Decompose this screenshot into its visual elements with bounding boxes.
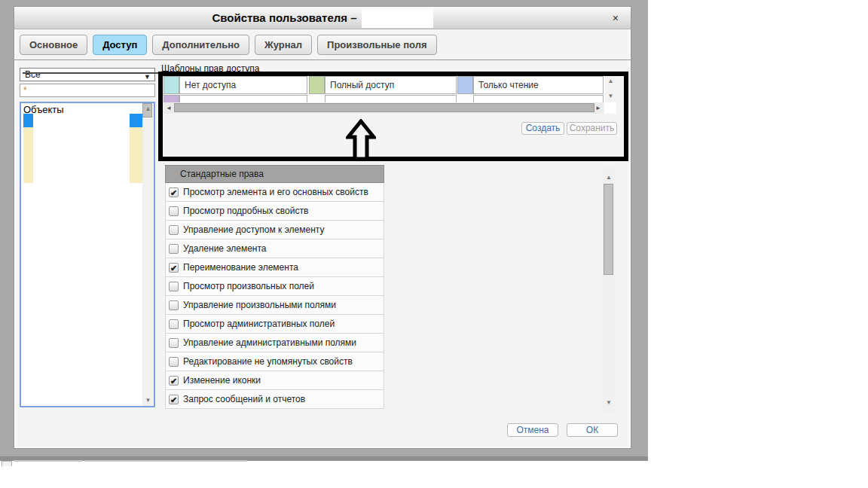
- scrollbar-thumb[interactable]: [604, 184, 613, 275]
- user-properties-dialog: Свойства пользователя – × Основное Досту…: [14, 6, 631, 449]
- right-row[interactable]: Просмотр административных полей: [165, 315, 384, 334]
- scrollbar-corner: [604, 102, 616, 114]
- template-name-field[interactable]: Полный доступ: [325, 76, 457, 94]
- cancel-button[interactable]: Отмена: [507, 423, 558, 437]
- tab-proizvolnye-polya[interactable]: Произвольные поля: [317, 35, 436, 55]
- checkbox[interactable]: [169, 206, 179, 216]
- template-name-field[interactable]: [473, 95, 604, 102]
- right-label: Просмотр административных полей: [183, 319, 335, 329]
- right-row[interactable]: ✔Переименование элемента: [165, 258, 384, 277]
- checkbox[interactable]: ✔: [169, 188, 179, 197]
- checkbox[interactable]: [169, 319, 179, 329]
- right-label: Просмотр произвольных полей: [183, 281, 314, 291]
- scroll-up-icon[interactable]: ▲: [603, 174, 615, 181]
- right-row[interactable]: Редактирование не упомянутых свойств: [165, 352, 384, 371]
- templates-horizontal-scrollbar[interactable]: ◄ ►: [164, 102, 604, 114]
- selected-object-cell[interactable]: [23, 114, 33, 127]
- checkbox[interactable]: ✔: [169, 263, 179, 273]
- right-label: Управление доступом к элементу: [183, 224, 324, 235]
- checkbox[interactable]: [169, 225, 179, 235]
- right-label: Удаление элемента: [183, 243, 267, 254]
- right-row[interactable]: Просмотр произвольных полей: [165, 277, 384, 296]
- tab-dopolnitelno[interactable]: Дополнительно: [152, 35, 249, 55]
- background-page-fragment: [14, 460, 83, 462]
- template-color-swatch: [164, 76, 179, 94]
- right-row[interactable]: Удаление элемента: [165, 239, 384, 258]
- ok-button[interactable]: ОК: [567, 423, 618, 437]
- right-label: Переименование элемента: [183, 262, 298, 273]
- dialog-titlebar: Свойства пользователя –: [14, 7, 631, 29]
- right-label: Просмотр подробных свойств: [183, 206, 308, 216]
- tab-zhurnal[interactable]: Журнал: [255, 35, 312, 55]
- template-color-swatch: [309, 76, 325, 94]
- right-row[interactable]: ✔Просмотр элемента и его основных свойст…: [165, 183, 384, 202]
- template-name-field[interactable]: [179, 95, 307, 102]
- dialog-title: Свойства пользователя –: [212, 11, 356, 24]
- right-row[interactable]: ✔Запрос сообщений и отчетов: [165, 390, 384, 409]
- right-row[interactable]: Управление административными полями: [165, 334, 384, 352]
- right-label: Изменение иконки: [183, 375, 261, 386]
- templates-group-label: Шаблоны прав доступа: [161, 63, 259, 74]
- standard-rights-list: ✔Просмотр элемента и его основных свойст…: [165, 183, 384, 409]
- right-row[interactable]: ✔Изменение иконки: [165, 371, 384, 390]
- scroll-right-icon[interactable]: ►: [595, 105, 601, 111]
- background-page-fragment: [84, 460, 247, 462]
- scroll-down-icon[interactable]: ▼: [142, 397, 154, 404]
- dropdown-value: Все: [25, 69, 41, 80]
- scroll-down-icon[interactable]: ▼: [605, 93, 616, 99]
- tab-bar: Основное Доступ Дополнительно Журнал Про…: [20, 35, 437, 55]
- checkbox[interactable]: [169, 338, 179, 348]
- right-label: Просмотр элемента и его основных свойств: [183, 187, 368, 197]
- template-name-field[interactable]: [325, 95, 457, 102]
- object-search-input[interactable]: [20, 84, 155, 97]
- tab-dostup[interactable]: Доступ: [93, 35, 147, 55]
- checkbox[interactable]: ✔: [169, 376, 179, 386]
- access-templates-list: Нет доступа Полный доступ Только чтение: [163, 75, 605, 102]
- template-color-swatch: [457, 76, 473, 94]
- annotation-arrow-up-icon: [346, 119, 376, 161]
- rights-panel-scrollbar[interactable]: ▲ ▼: [603, 168, 615, 412]
- checkbox[interactable]: [169, 357, 179, 367]
- template-name-field[interactable]: Нет доступа: [179, 76, 307, 94]
- object-column-highlight: [23, 127, 33, 183]
- selected-object-cell[interactable]: [130, 114, 142, 127]
- right-row[interactable]: Управление доступом к элементу: [165, 221, 384, 239]
- object-column-highlight: [130, 127, 142, 183]
- scroll-up-icon[interactable]: ▲: [142, 105, 154, 112]
- right-label: Редактирование не упомянутых свойств: [183, 356, 353, 367]
- scrollbar-thumb[interactable]: [174, 103, 594, 112]
- right-row[interactable]: Просмотр подробных свойств: [165, 202, 384, 221]
- object-filter-dropdown[interactable]: Все ▼: [20, 68, 155, 81]
- background-page-fragment: [2, 461, 12, 466]
- template-row[interactable]: Нет доступа Полный доступ Только чтение: [163, 76, 605, 94]
- templates-group-border: [23, 72, 158, 74]
- objects-list[interactable]: Объекты ▲ ▼: [20, 102, 155, 407]
- templates-vertical-scrollbar[interactable]: ▲ ▼: [605, 75, 616, 102]
- scroll-left-icon[interactable]: ◄: [166, 105, 172, 111]
- close-icon[interactable]: ×: [613, 13, 619, 23]
- checkbox[interactable]: [169, 282, 179, 291]
- right-label: Управление произвольными полями: [183, 300, 336, 310]
- right-label: Управление административными полями: [183, 337, 356, 348]
- checkbox[interactable]: [169, 244, 179, 254]
- tab-osnovnoe[interactable]: Основное: [20, 35, 87, 55]
- save-template-button: Сохранить: [567, 122, 617, 135]
- checkbox[interactable]: ✔: [169, 395, 179, 404]
- scroll-down-icon[interactable]: ▼: [603, 399, 615, 406]
- objects-list-scrollbar[interactable]: ▲ ▼: [142, 103, 154, 406]
- template-name-field[interactable]: Только чтение: [473, 76, 604, 94]
- create-template-button[interactable]: Создать: [521, 122, 564, 135]
- redacted-username: [362, 8, 433, 28]
- scroll-up-icon[interactable]: ▲: [605, 78, 616, 84]
- template-color-swatch: [164, 95, 179, 102]
- tab-divider: [14, 59, 632, 60]
- right-row[interactable]: Управление произвольными полями: [165, 296, 384, 315]
- right-label: Запрос сообщений и отчетов: [183, 394, 305, 404]
- template-row-partial[interactable]: [163, 95, 605, 102]
- standard-rights-header: Стандартные права: [165, 165, 384, 183]
- checkbox[interactable]: [169, 300, 179, 310]
